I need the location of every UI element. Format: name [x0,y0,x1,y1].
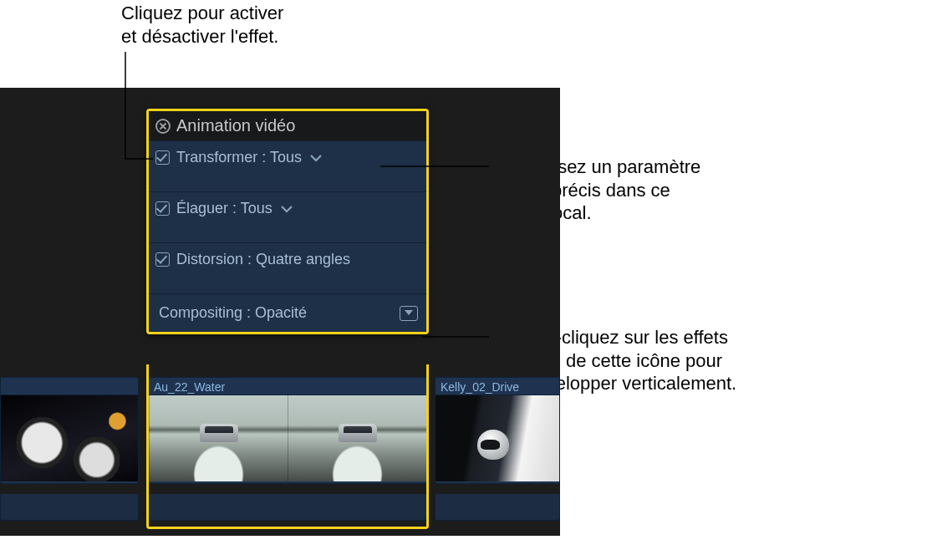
video-animation-panel: Animation vidéo Transformer : Tous Élagu… [146,109,429,334]
annotation-toggle-effect: Cliquez pour activer et désactiver l'eff… [121,2,283,48]
clip-right[interactable]: Kelly_02_Drive [435,377,560,484]
panel-header: Animation vidéo [149,111,426,140]
clip-selected[interactable]: Au_22_Water [148,377,427,484]
clip-title: Au_22_Water [149,378,426,395]
chevron-down-icon[interactable] [310,154,322,162]
effect-row-transformer[interactable]: Transformer : Tous [149,140,426,191]
effect-checkbox[interactable] [155,201,170,216]
effect-label: Élaguer : Tous [176,200,272,217]
clip-thumbnail [288,395,426,481]
effect-label: Compositing : Opacité [159,304,307,322]
clip-title: Kelly_02_Drive [435,378,559,395]
effect-label: Transformer : Tous [176,149,302,166]
effect-row-elaguer[interactable]: Élaguer : Tous [149,191,426,242]
effect-label: Distorsion : Quatre angles [176,251,350,268]
clip-left-partial[interactable] [0,377,139,484]
effect-row-compositing[interactable]: Compositing : Opacité [149,293,426,332]
clip-title [1,378,138,395]
panel-title: Animation vidéo [176,116,295,135]
clip-thumbnail [1,395,138,481]
timeline-row: Au_22_Water Kelly_02_Drive [0,377,560,494]
clip-thumbnail [149,395,288,481]
effect-checkbox[interactable] [155,252,170,267]
timeline-audio-row [0,494,560,521]
close-icon[interactable] [155,119,171,134]
effect-row-distorsion[interactable]: Distorsion : Quatre angles [149,242,426,293]
effect-checkbox[interactable] [155,150,170,165]
chevron-down-icon[interactable] [281,205,293,213]
clip-thumbnail [435,395,559,481]
expand-icon[interactable] [400,306,418,321]
